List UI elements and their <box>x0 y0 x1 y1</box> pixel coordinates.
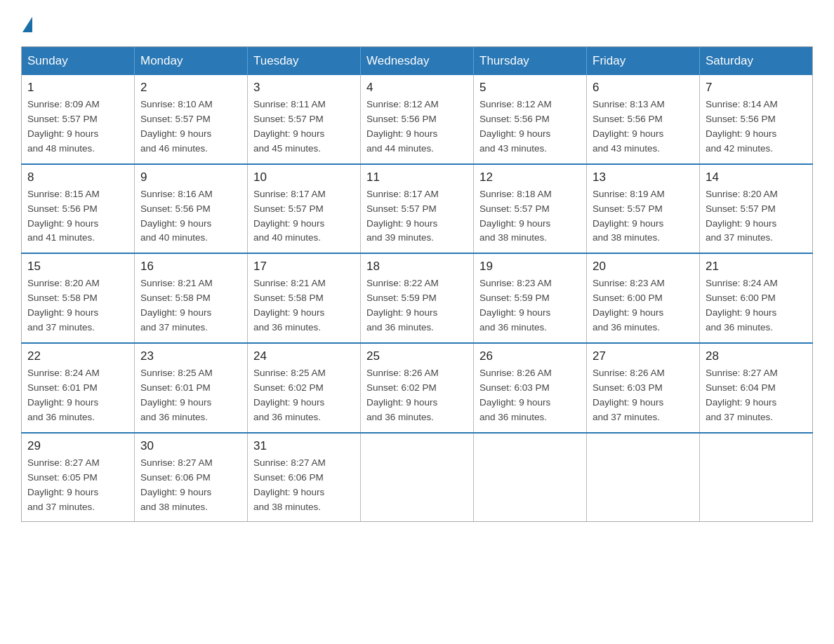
daylight-text: Daylight: 9 hours <box>140 218 211 229</box>
daylight-minutes-text: and 43 minutes. <box>479 143 547 154</box>
sunrise-text: Sunrise: 8:13 AM <box>593 99 665 109</box>
calendar-cell: 16 Sunrise: 8:21 AM Sunset: 5:58 PM Dayl… <box>135 253 248 343</box>
day-info: Sunrise: 8:20 AM Sunset: 5:58 PM Dayligh… <box>27 276 128 335</box>
day-number: 17 <box>253 260 355 274</box>
calendar-cell: 3 Sunrise: 8:11 AM Sunset: 5:57 PM Dayli… <box>248 75 361 164</box>
daylight-minutes-text: and 48 minutes. <box>27 143 95 154</box>
day-number: 19 <box>479 260 581 274</box>
day-number: 10 <box>253 170 355 185</box>
sunrise-text: Sunrise: 8:23 AM <box>479 278 552 288</box>
day-number: 31 <box>253 439 355 453</box>
daylight-text: Daylight: 9 hours <box>140 307 211 318</box>
sunset-text: Sunset: 5:57 PM <box>253 203 324 214</box>
day-info: Sunrise: 8:27 AM Sunset: 6:06 PM Dayligh… <box>253 456 355 515</box>
logo-triangle-icon <box>22 17 32 32</box>
sunset-text: Sunset: 6:03 PM <box>479 382 550 393</box>
daylight-text: Daylight: 9 hours <box>253 487 324 497</box>
sunrise-text: Sunrise: 8:26 AM <box>366 368 439 378</box>
daylight-text: Daylight: 9 hours <box>27 218 98 229</box>
sunrise-text: Sunrise: 8:21 AM <box>140 278 213 288</box>
header-tuesday: Tuesday <box>248 47 361 76</box>
day-info: Sunrise: 8:26 AM Sunset: 6:03 PM Dayligh… <box>479 366 581 425</box>
daylight-minutes-text: and 36 minutes. <box>366 412 434 422</box>
day-info: Sunrise: 8:24 AM Sunset: 6:01 PM Dayligh… <box>27 366 128 425</box>
sunset-text: Sunset: 5:57 PM <box>27 114 98 124</box>
day-number: 14 <box>706 170 807 185</box>
sunset-text: Sunset: 5:57 PM <box>253 114 324 124</box>
day-number: 22 <box>27 349 128 363</box>
sunset-text: Sunset: 5:57 PM <box>479 203 550 214</box>
header-monday: Monday <box>135 47 248 76</box>
daylight-minutes-text: and 36 minutes. <box>593 322 660 333</box>
daylight-text: Daylight: 9 hours <box>27 487 98 497</box>
calendar-cell: 17 Sunrise: 8:21 AM Sunset: 5:58 PM Dayl… <box>248 253 361 343</box>
header-saturday: Saturday <box>700 47 813 76</box>
calendar-week-row: 29 Sunrise: 8:27 AM Sunset: 6:05 PM Dayl… <box>22 433 813 522</box>
calendar-week-row: 22 Sunrise: 8:24 AM Sunset: 6:01 PM Dayl… <box>22 343 813 433</box>
day-number: 2 <box>140 81 241 95</box>
calendar-week-row: 15 Sunrise: 8:20 AM Sunset: 5:58 PM Dayl… <box>22 253 813 343</box>
sunset-text: Sunset: 5:58 PM <box>27 293 98 303</box>
calendar-cell: 27 Sunrise: 8:26 AM Sunset: 6:03 PM Dayl… <box>587 343 700 433</box>
calendar-cell: 10 Sunrise: 8:17 AM Sunset: 5:57 PM Dayl… <box>248 164 361 254</box>
sunset-text: Sunset: 5:59 PM <box>366 293 437 303</box>
daylight-minutes-text: and 36 minutes. <box>479 322 547 333</box>
day-info: Sunrise: 8:26 AM Sunset: 6:02 PM Dayligh… <box>366 366 468 425</box>
header-friday: Friday <box>587 47 700 76</box>
daylight-minutes-text: and 37 minutes. <box>27 322 95 333</box>
day-number: 11 <box>366 170 468 185</box>
day-number: 20 <box>593 260 694 274</box>
daylight-minutes-text: and 37 minutes. <box>140 322 208 333</box>
sunset-text: Sunset: 6:00 PM <box>706 293 776 303</box>
sunrise-text: Sunrise: 8:20 AM <box>706 189 778 199</box>
sunset-text: Sunset: 6:04 PM <box>706 382 776 393</box>
day-info: Sunrise: 8:22 AM Sunset: 5:59 PM Dayligh… <box>366 276 468 335</box>
sunset-text: Sunset: 5:57 PM <box>140 114 211 124</box>
daylight-minutes-text: and 37 minutes. <box>593 412 660 422</box>
sunset-text: Sunset: 6:02 PM <box>366 382 437 393</box>
sunset-text: Sunset: 5:56 PM <box>706 114 776 124</box>
daylight-text: Daylight: 9 hours <box>253 397 324 408</box>
calendar-cell: 21 Sunrise: 8:24 AM Sunset: 6:00 PM Dayl… <box>700 253 813 343</box>
day-number: 6 <box>593 81 694 95</box>
sunset-text: Sunset: 5:57 PM <box>706 203 776 214</box>
day-number: 30 <box>140 439 241 453</box>
sunset-text: Sunset: 5:56 PM <box>27 203 98 214</box>
daylight-minutes-text: and 37 minutes. <box>706 412 773 422</box>
sunrise-text: Sunrise: 8:24 AM <box>27 368 100 378</box>
day-info: Sunrise: 8:26 AM Sunset: 6:03 PM Dayligh… <box>593 366 694 425</box>
daylight-minutes-text: and 40 minutes. <box>253 232 321 243</box>
day-info: Sunrise: 8:21 AM Sunset: 5:58 PM Dayligh… <box>140 276 241 335</box>
day-info: Sunrise: 8:17 AM Sunset: 5:57 PM Dayligh… <box>253 187 355 246</box>
daylight-text: Daylight: 9 hours <box>366 307 437 318</box>
sunset-text: Sunset: 5:56 PM <box>140 203 211 214</box>
daylight-text: Daylight: 9 hours <box>593 128 663 139</box>
daylight-text: Daylight: 9 hours <box>706 397 776 408</box>
calendar-cell: 15 Sunrise: 8:20 AM Sunset: 5:58 PM Dayl… <box>22 253 135 343</box>
calendar-cell: 5 Sunrise: 8:12 AM Sunset: 5:56 PM Dayli… <box>474 75 587 164</box>
sunrise-text: Sunrise: 8:23 AM <box>593 278 665 288</box>
daylight-minutes-text: and 36 minutes. <box>140 412 208 422</box>
header-sunday: Sunday <box>22 47 135 76</box>
day-info: Sunrise: 8:25 AM Sunset: 6:01 PM Dayligh… <box>140 366 241 425</box>
daylight-text: Daylight: 9 hours <box>479 128 550 139</box>
calendar-header-row: SundayMondayTuesdayWednesdayThursdayFrid… <box>22 47 813 76</box>
sunrise-text: Sunrise: 8:11 AM <box>253 99 326 109</box>
calendar-cell: 9 Sunrise: 8:16 AM Sunset: 5:56 PM Dayli… <box>135 164 248 254</box>
day-info: Sunrise: 8:24 AM Sunset: 6:00 PM Dayligh… <box>706 276 807 335</box>
sunset-text: Sunset: 6:05 PM <box>27 472 98 483</box>
day-info: Sunrise: 8:12 AM Sunset: 5:56 PM Dayligh… <box>366 98 468 156</box>
sunrise-text: Sunrise: 8:27 AM <box>27 457 100 468</box>
daylight-text: Daylight: 9 hours <box>27 397 98 408</box>
sunset-text: Sunset: 5:56 PM <box>593 114 663 124</box>
daylight-minutes-text: and 40 minutes. <box>140 232 208 243</box>
sunset-text: Sunset: 6:01 PM <box>27 382 98 393</box>
day-number: 8 <box>27 170 128 185</box>
daylight-text: Daylight: 9 hours <box>140 128 211 139</box>
day-info: Sunrise: 8:27 AM Sunset: 6:04 PM Dayligh… <box>706 366 807 425</box>
day-info: Sunrise: 8:09 AM Sunset: 5:57 PM Dayligh… <box>27 98 128 156</box>
day-number: 29 <box>27 439 128 453</box>
sunrise-text: Sunrise: 8:19 AM <box>593 189 665 199</box>
daylight-minutes-text: and 36 minutes. <box>366 322 434 333</box>
day-info: Sunrise: 8:23 AM Sunset: 5:59 PM Dayligh… <box>479 276 581 335</box>
